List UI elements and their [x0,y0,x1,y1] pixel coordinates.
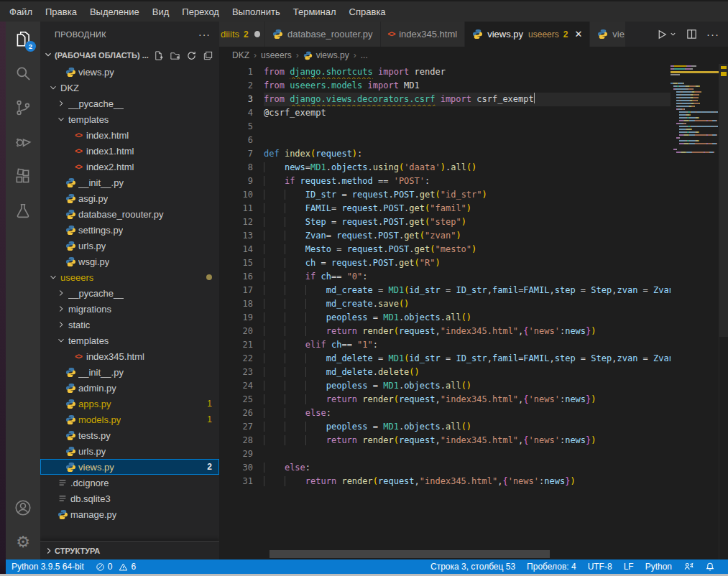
settings-gear-icon[interactable]: ⚙ [6,525,40,559]
encoding-status[interactable]: UTF-8 [582,562,618,572]
tree-folder-templates[interactable]: templates [40,333,219,348]
menubar-item[interactable]: Переход [175,4,226,20]
explorer-icon[interactable]: 2 [6,22,40,56]
breadcrumb-item[interactable]: ... [361,50,368,60]
code-editor[interactable]: 1from django.shortcuts import render2fro… [219,64,728,559]
code-line-25[interactable]: 25 return render(request,"index345.html"… [219,393,671,407]
code-line-12[interactable]: 12 Step = request.POST.get("step") [219,215,671,229]
refresh-icon[interactable] [186,50,197,61]
menubar-item[interactable]: Выполнить [226,4,287,20]
testing-icon[interactable] [6,194,40,228]
menubar-item[interactable]: Справка [343,4,392,20]
code-line-2[interactable]: 2from useeers.models import MD1 [219,79,671,93]
tree-folder-migrations[interactable]: migrations [40,301,219,317]
breadcrumb-item[interactable]: views.py [316,50,349,60]
code-line-17[interactable]: 17 md_create = MD1(id_str = ID_str,famil… [219,284,671,297]
tree-file-urls-py[interactable]: urls.py [40,238,219,254]
run-python-file-button[interactable] [655,28,677,41]
code-line-28[interactable]: 28 return render(request,"index345.html"… [219,434,671,447]
collapse-folders-icon[interactable] [203,50,213,61]
overview-ruler[interactable] [719,64,728,559]
tree-file-wsgi-py[interactable]: wsgi.py [40,254,219,269]
tab-index345[interactable]: <> index345.html [381,22,466,47]
tree-file-index2-html[interactable]: <>index2.html [40,159,219,175]
menubar-item[interactable]: Вид [146,4,176,20]
menubar-item[interactable]: Правка [39,4,83,20]
code-line-4[interactable]: 4@csrf_exempt [219,106,671,120]
tree-file-views-py[interactable]: views.py [40,64,219,80]
horizontal-scrollbar[interactable] [269,550,550,558]
code-line-21[interactable]: 21 elif ch== "1": [219,338,671,352]
tree-file-database-roouter-py[interactable]: database_roouter.py [40,206,219,222]
tree-file--init-py[interactable]: __init__.py [40,364,219,380]
tab-views-py[interactable]: views.py useeers 2 ✕ [465,22,590,47]
code-line-5[interactable]: 5 [219,120,671,134]
code-line-22[interactable]: 22 md_delete = MD1(id_str = ID_str,famil… [219,352,671,366]
problems-status[interactable]: 0 6 [90,559,142,574]
tree-folder-useeers[interactable]: useeers [40,269,219,285]
more-actions-button[interactable]: ··· [706,28,719,40]
menubar-item[interactable]: Выделение [83,4,146,20]
tree-folder--pycache-[interactable]: __pycache__ [40,285,219,301]
code-line-14[interactable]: 14 Mesto = request.POST.get("mesto") [219,243,671,256]
language-mode-status[interactable]: Python [640,562,678,572]
search-icon[interactable] [6,56,40,90]
code-line-15[interactable]: 15 ch = request.POST.get("R") [219,256,671,270]
code-line-30[interactable]: 30 else: [219,461,671,475]
tab-views-py-2[interactable]: vie [590,22,626,47]
eol-status[interactable]: LF [618,562,640,572]
tree-file-manage-py[interactable]: manage.py [40,506,219,522]
new-folder-icon[interactable] [170,50,180,61]
tree-file-index345-html[interactable]: <>index345.html [40,348,219,364]
tree-file-urls-py[interactable]: urls.py [40,443,219,459]
tree-file-views-py[interactable]: views.py2 [40,459,219,475]
split-editor-button[interactable] [686,28,698,40]
code-line-26[interactable]: 26 else: [219,407,671,420]
code-line-1[interactable]: 1from django.shortcuts import render [219,65,671,79]
tab-diiits[interactable]: diiits 2 [219,22,265,47]
account-icon[interactable] [6,491,40,525]
notifications-bell-icon[interactable] [699,562,721,572]
workspace-section-header[interactable]: (РАБОЧАЯ ОБЛАСТЬ) ... [40,47,219,64]
source-control-icon[interactable] [6,90,40,125]
code-line-16[interactable]: 16 if ch== "0": [219,270,671,284]
outline-section-header[interactable]: СТРУКТУРА [40,541,219,559]
indentation-status[interactable]: Пробелов: 4 [521,562,582,572]
code-line-29[interactable]: 29 [219,447,671,461]
code-line-7[interactable]: 7def index(request): [219,147,671,161]
tree-folder-templates[interactable]: templates [40,111,219,127]
close-tab-icon[interactable]: ✕ [574,29,582,40]
dirty-indicator-icon[interactable] [254,31,260,37]
code-line-11[interactable]: 11 FAMIL= request.POST.get("famil") [219,202,671,215]
tree-folder-dkz[interactable]: DKZ [40,80,219,96]
code-line-3[interactable]: 3from django.views.decorators.csrf impor… [219,93,671,106]
code-line-13[interactable]: 13 Zvan= request.POST.get("zvan") [219,229,671,243]
run-debug-icon[interactable] [6,125,40,159]
tree-file-index1-html[interactable]: <>index1.html [40,143,219,159]
feedback-icon[interactable] [678,562,699,572]
python-interpreter-status[interactable]: Python 3.9.5 64-bit [6,559,90,574]
extensions-icon[interactable] [6,159,40,194]
tree-file-admin-py[interactable]: admin.py [40,380,219,396]
code-line-10[interactable]: 10 ID_str = request.POST.get("id_str") [219,188,671,202]
tab-database-roouter[interactable]: database_roouter.py [265,22,381,47]
code-line-6[interactable]: 6 [219,134,671,147]
tree-file-settings-py[interactable]: settings.py [40,222,219,238]
new-file-icon[interactable] [153,50,164,61]
tree-file-models-py[interactable]: models.py1 [40,412,219,427]
tree-file--init-py[interactable]: __init__.py [40,175,219,190]
tree-folder--pycache-[interactable]: __pycache__ [40,96,219,111]
cursor-position-status[interactable]: Строка 3, столбец 53 [425,562,521,572]
breadcrumb-item[interactable]: useeers [261,50,292,60]
code-line-19[interactable]: 19 peopless = MD1.objects.all() [219,311,671,325]
tree-file-tests-py[interactable]: tests.py [40,427,219,443]
code-line-9[interactable]: 9 if request.method == 'POST': [219,175,671,188]
code-line-27[interactable]: 27 peopless = MD1.objects.all() [219,420,671,434]
tree-file-apps-py[interactable]: apps.py1 [40,396,219,412]
minimap[interactable] [671,65,719,154]
explorer-more-actions[interactable]: ··· [198,29,211,40]
tree-file-db-sqlite3[interactable]: db.sqlite3 [40,491,219,506]
code-line-23[interactable]: 23 md_delete.delete() [219,366,671,379]
code-line-24[interactable]: 24 peopless = MD1.objects.all() [219,379,671,393]
menubar-item[interactable]: Терминал [287,4,343,20]
